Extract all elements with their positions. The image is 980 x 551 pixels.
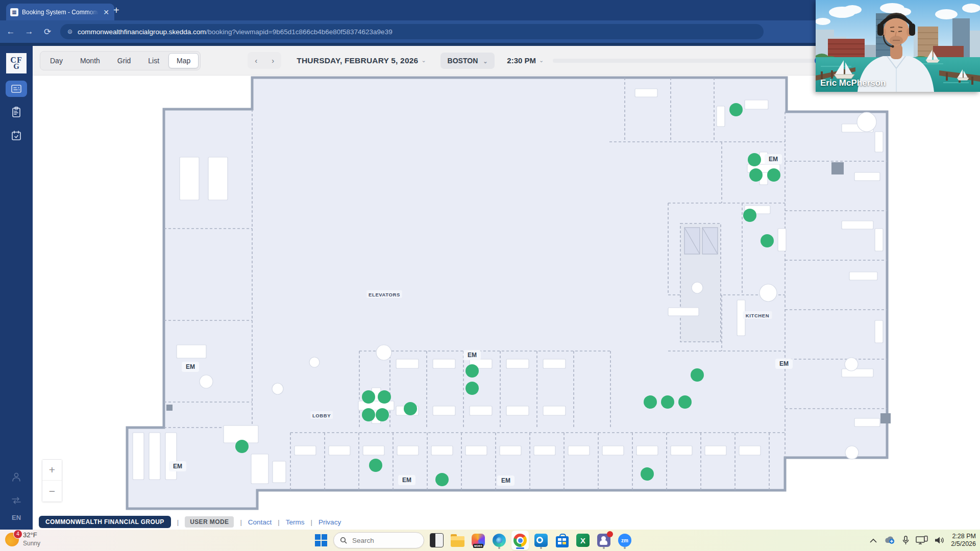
available-desk-dot[interactable] — [661, 395, 674, 409]
available-desk-dot[interactable] — [404, 402, 417, 415]
available-desk-dot[interactable] — [641, 467, 654, 481]
available-desk-dot[interactable] — [767, 168, 780, 182]
taskbar-app-edge[interactable] — [491, 531, 508, 550]
next-day-button[interactable]: › — [264, 52, 281, 69]
webcam-overlay: Eric McPherson — [816, 0, 980, 92]
sidebar-item-lists[interactable] — [6, 104, 27, 120]
taskbar-app-store[interactable] — [553, 531, 571, 550]
language-selector[interactable]: EN — [12, 514, 21, 521]
location-chevron-icon: ⌄ — [483, 58, 487, 64]
desk — [671, 446, 692, 455]
start-button[interactable] — [312, 532, 330, 549]
teams-notification-dot — [607, 531, 613, 537]
room-label: KITCHEN — [746, 313, 769, 318]
address-bar[interactable]: ⊜ commonwealthfinancialgroup.skedda.com/… — [60, 24, 764, 39]
available-desk-dot[interactable] — [378, 390, 391, 404]
file-explorer-icon — [451, 536, 464, 547]
prev-day-button[interactable]: ‹ — [248, 52, 264, 69]
speaker-icon[interactable] — [935, 536, 944, 544]
outlook-icon — [534, 534, 548, 547]
sidebar-item-schedule[interactable] — [6, 128, 27, 144]
desk — [849, 272, 877, 280]
taskbar-app-excel[interactable]: X — [574, 531, 592, 550]
journal-icon — [430, 533, 444, 547]
contact-link[interactable]: Contact — [248, 518, 272, 526]
taskbar-app-m365-copilot[interactable]: M365 — [470, 531, 487, 550]
available-desk-dot[interactable] — [376, 408, 389, 421]
available-desk-dot[interactable] — [743, 209, 756, 222]
available-desk-dot[interactable] — [678, 395, 692, 409]
weather-widget[interactable]: 4 32°F Sunny — [5, 531, 40, 547]
date-label[interactable]: THURSDAY, FEBRUARY 5, 2026 — [297, 56, 418, 65]
forward-icon[interactable]: → — [23, 27, 35, 37]
back-icon[interactable]: ← — [5, 27, 16, 37]
new-tab-button[interactable]: + — [113, 5, 119, 15]
time-label[interactable]: 2:30 PM — [507, 56, 536, 65]
desk — [543, 406, 566, 415]
taskbar-app-journal[interactable] — [428, 531, 445, 550]
available-desk-dot[interactable] — [369, 459, 382, 472]
available-desk-dot[interactable] — [465, 382, 479, 395]
search-input[interactable] — [351, 536, 404, 545]
taskbar-center: M365 X zm — [312, 530, 633, 551]
desk-label-em: EM — [779, 360, 789, 367]
available-desk-dot[interactable] — [362, 390, 375, 404]
taskbar-app-zoom[interactable]: zm — [616, 531, 633, 550]
view-list-button[interactable]: List — [140, 53, 167, 68]
zoom-app-icon: zm — [618, 534, 631, 547]
taskbar-search[interactable] — [333, 532, 424, 548]
available-desk-dot[interactable] — [435, 473, 449, 486]
available-desk-dot[interactable] — [362, 408, 375, 421]
available-desk-dot[interactable] — [748, 153, 761, 166]
onedrive-icon[interactable] — [884, 536, 896, 544]
available-desk-dot[interactable] — [644, 395, 657, 409]
available-desk-dot[interactable] — [729, 103, 743, 116]
privacy-link[interactable]: Privacy — [318, 518, 341, 526]
available-desk-dot[interactable] — [749, 168, 763, 182]
windows-taskbar: 4 32°F Sunny M365 — [0, 530, 980, 551]
reload-icon[interactable]: ⟳ — [42, 27, 53, 37]
tab-close-icon[interactable]: ✕ — [102, 8, 110, 16]
clock-time: 2:28 PM — [951, 533, 976, 540]
taskbar-app-file-explorer[interactable] — [449, 531, 466, 550]
display-device-icon[interactable] — [916, 536, 928, 545]
taskbar-clock[interactable]: 2:28 PM 2/5/2026 — [951, 533, 976, 548]
available-desk-dot[interactable] — [235, 440, 249, 453]
site-settings-icon[interactable]: ⊜ — [67, 28, 72, 35]
desk-label-em: EM — [186, 363, 195, 370]
available-desk-dot[interactable] — [691, 368, 704, 382]
room-label: LOBBY — [312, 413, 331, 418]
floor-map[interactable]: EMEMEMEMEMEMEMELEVATORSLOBBYKITCHEN — [33, 76, 980, 514]
view-grid-button[interactable]: Grid — [109, 53, 139, 68]
round-table — [272, 383, 283, 394]
available-desk-dot[interactable] — [465, 364, 479, 378]
sidebar-item-bookings[interactable] — [6, 81, 27, 97]
desk — [568, 446, 590, 455]
taskbar-app-chrome[interactable] — [511, 531, 529, 550]
microphone-icon[interactable] — [902, 536, 909, 545]
zoom-out-button[interactable]: − — [42, 481, 62, 502]
taskbar-app-outlook[interactable] — [532, 531, 550, 550]
zoom-in-button[interactable]: + — [42, 460, 62, 481]
sidebar-item-switch[interactable] — [6, 492, 27, 509]
taskbar-app-teams[interactable] — [595, 531, 612, 550]
desk — [149, 433, 160, 480]
time-slider[interactable] — [553, 59, 839, 63]
desk — [431, 446, 453, 455]
desk — [363, 446, 384, 455]
user-icon — [10, 471, 22, 483]
browser-tab[interactable]: ▦ Booking System - Commonwea ✕ — [6, 4, 114, 20]
org-badge: COMMONWEALTH FINANCIAL GROUP — [39, 516, 171, 528]
desk — [470, 406, 492, 415]
available-desk-dot[interactable] — [761, 234, 774, 247]
round-table — [200, 375, 213, 388]
view-map-button[interactable]: Map — [168, 53, 199, 68]
view-month-button[interactable]: Month — [72, 53, 108, 68]
terms-link[interactable]: Terms — [286, 518, 305, 526]
weather-sun-icon: 4 — [5, 533, 19, 546]
desk — [842, 221, 873, 229]
sidebar-item-profile[interactable] — [6, 469, 27, 485]
view-day-button[interactable]: Day — [42, 53, 71, 68]
location-dropdown[interactable]: BOSTON ⌄ — [440, 53, 495, 69]
tray-chevron-icon[interactable] — [870, 538, 877, 543]
